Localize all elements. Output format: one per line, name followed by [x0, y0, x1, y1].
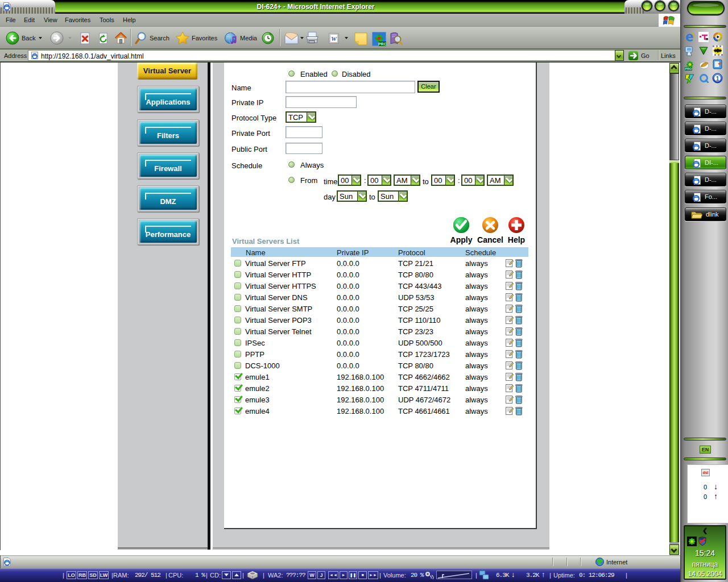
- svg-text:1: 1: [716, 76, 719, 82]
- svg-text:PRO: PRO: [378, 42, 386, 46]
- svg-text:dsl: dsl: [702, 471, 708, 475]
- svg-text:PRO: PRO: [685, 67, 693, 70]
- svg-text:W: W: [331, 35, 337, 42]
